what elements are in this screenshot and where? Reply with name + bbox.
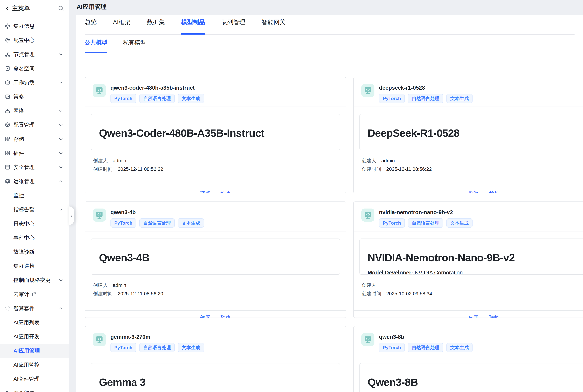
subtab-私有模型[interactable]: 私有模型: [123, 39, 146, 53]
code-monitor-icon: [93, 333, 106, 346]
model-name[interactable]: qwen3-8b: [379, 334, 472, 340]
creator-row: 创建人 admin: [93, 157, 338, 164]
sidebar-item-智算套件[interactable]: 智算套件: [0, 301, 69, 316]
model-tag: PyTorch: [110, 94, 136, 103]
model-name[interactable]: qwen3-4b: [110, 209, 204, 216]
model-card-header: nvidia-nemotron-nano-9b-v2 PyTorch自然语言处理…: [354, 202, 583, 232]
sidebar-collapse-handle[interactable]: [69, 206, 74, 225]
sidebar-item-配置管理[interactable]: 配置管理: [0, 118, 69, 132]
search-icon[interactable]: [58, 5, 64, 12]
sidebar-item-命名空间[interactable]: 命名空间: [0, 62, 69, 76]
sidebar-item-控制面规格变更[interactable]: 控制面规格变更: [0, 273, 69, 287]
chevron-down-icon[interactable]: [58, 108, 64, 114]
tab-智能网关[interactable]: 智能网关: [262, 18, 286, 34]
workload-icon: [4, 80, 10, 86]
sidebar-item-节点管理[interactable]: 节点管理: [0, 47, 69, 62]
model-card-footer: 部署预热: [354, 186, 583, 193]
network-icon: [4, 108, 10, 114]
sidebar-item-label: 配置管理: [14, 122, 34, 128]
subtab-公共模型[interactable]: 公共模型: [85, 39, 107, 53]
chevron-down-icon[interactable]: [58, 150, 64, 156]
chevron-up-icon[interactable]: [58, 179, 64, 184]
chevron-down-icon[interactable]: [58, 278, 64, 283]
model-tag: PyTorch: [379, 343, 405, 352]
model-card: qwen3-coder-480b-a35b-instruct PyTorch自然…: [85, 77, 346, 193]
preheat-link[interactable]: 预热: [220, 190, 231, 194]
model-readme-subline: Model Developer: NVIDIA Corporation: [368, 269, 583, 275]
sidebar-item-工作负载[interactable]: 工作负载: [0, 76, 69, 90]
model-card-body: NVIDIA-Nemotron-Nano-9B-v2 Model Develop…: [354, 238, 583, 310]
model-tag-row: PyTorch自然语言处理文本生成: [110, 343, 204, 352]
sidebar-item-日志中心[interactable]: 日志中心: [0, 217, 69, 231]
chevron-down-icon[interactable]: [58, 136, 64, 142]
chevron-down-icon[interactable]: [58, 164, 64, 170]
creator-value: admin: [113, 157, 126, 164]
chevron-down-icon[interactable]: [58, 80, 64, 85]
sidebar-item-集群巡检[interactable]: 集群巡检: [0, 259, 69, 273]
chevron-down-icon[interactable]: [58, 122, 64, 128]
chevron-down-icon[interactable]: [58, 52, 64, 57]
deploy-link[interactable]: 部署: [200, 190, 210, 194]
sidebar-item-策略[interactable]: 策略: [0, 90, 69, 104]
namespace-icon: [4, 66, 10, 72]
preheat-link[interactable]: 预热: [220, 314, 231, 318]
sidebar-item-配置中心[interactable]: 配置中心: [0, 33, 69, 47]
model-meta: 创建人 admin 创建时间 2025-12-11 08:56:20: [91, 282, 340, 297]
deploy-link[interactable]: 部署: [469, 190, 479, 194]
model-tag: 自然语言处理: [408, 94, 443, 103]
tab-模型制品[interactable]: 模型制品: [181, 18, 205, 34]
deploy-link[interactable]: 部署: [200, 314, 210, 318]
model-name[interactable]: gemma-3-270m: [110, 334, 204, 340]
chevron-up-icon[interactable]: [58, 306, 64, 311]
sidebar-item-事件中心[interactable]: 事件中心: [0, 231, 69, 245]
model-card-head-right: qwen3-8b PyTorch自然语言处理文本生成: [379, 333, 472, 356]
preheat-link[interactable]: 预热: [489, 190, 499, 194]
model-meta: 创建人 创建时间 2025-10-02 09:58:34: [360, 282, 583, 297]
sidebar-item-网络[interactable]: 网络: [0, 104, 69, 118]
hybrid-deploy-icon: [4, 390, 10, 392]
cluster-icon: [4, 23, 10, 29]
sidebar-item-云审计[interactable]: 云审计: [0, 287, 69, 301]
code-monitor-icon: [362, 84, 374, 97]
creator-label: 创建人: [362, 282, 376, 289]
sidebar-item-AI套件管理[interactable]: AI套件管理: [0, 372, 69, 386]
created-time-value: 2025-10-02 09:58:34: [386, 290, 432, 297]
sidebar-item-label: 网络: [14, 107, 24, 114]
model-name[interactable]: deepseek-r1-0528: [379, 84, 472, 92]
model-tag: PyTorch: [110, 343, 136, 352]
tab-总览[interactable]: 总览: [85, 18, 97, 34]
sidebar-item-AI应用开发[interactable]: AI应用开发: [0, 330, 69, 344]
chevron-down-icon[interactable]: [58, 207, 64, 212]
sidebar-item-AI应用列表[interactable]: AI应用列表: [0, 316, 69, 330]
model-name[interactable]: qwen3-coder-480b-a35b-instruct: [110, 84, 204, 92]
sidebar-item-混合部署[interactable]: 混合部署: [0, 386, 69, 392]
sidebar-item-集群信息[interactable]: 集群信息: [0, 19, 69, 33]
sidebar-item-插件[interactable]: 插件: [0, 146, 69, 160]
model-cards-grid: qwen3-coder-480b-a35b-instruct PyTorch自然…: [76, 53, 583, 392]
sidebar-item-安全管理[interactable]: 安全管理: [0, 160, 69, 174]
created-time-row: 创建时间 2025-12-11 08:56:20: [93, 290, 338, 297]
sidebar-item-监控[interactable]: 监控: [0, 188, 69, 202]
model-card-head-right: deepseek-r1-0528 PyTorch自然语言处理文本生成: [379, 84, 472, 106]
model-tag: 自然语言处理: [140, 94, 175, 103]
sidebar-item-存储[interactable]: 存储: [0, 132, 69, 146]
creator-row: 创建人: [362, 282, 583, 289]
sidebar-item-指标告警[interactable]: 指标告警: [0, 202, 69, 217]
created-time-label: 创建时间: [362, 290, 381, 297]
deploy-link[interactable]: 部署: [469, 314, 479, 318]
sidebar-item-运维管理[interactable]: 运维管理: [0, 174, 69, 188]
creator-row: 创建人 admin: [362, 157, 583, 164]
sidebar-item-AI应用管理[interactable]: AI应用管理: [0, 344, 69, 358]
model-tag: 文本生成: [446, 94, 472, 103]
preheat-link[interactable]: 预热: [489, 314, 499, 318]
model-name[interactable]: nvidia-nemotron-nano-9b-v2: [379, 209, 472, 216]
tab-队列管理[interactable]: 队列管理: [221, 18, 245, 34]
model-card-header: gemma-3-270m PyTorch自然语言处理文本生成: [85, 326, 346, 356]
tab-数据集[interactable]: 数据集: [147, 18, 165, 34]
tab-AI框架[interactable]: AI框架: [113, 18, 130, 34]
back-to-main-menu[interactable]: 主菜单: [4, 4, 30, 12]
sidebar-item-AI应用监控[interactable]: AI应用监控: [0, 358, 69, 372]
model-tag-row: PyTorch自然语言处理文本生成: [110, 94, 204, 103]
sidebar-item-故障诊断[interactable]: 故障诊断: [0, 245, 69, 259]
model-tag: 文本生成: [178, 218, 204, 228]
